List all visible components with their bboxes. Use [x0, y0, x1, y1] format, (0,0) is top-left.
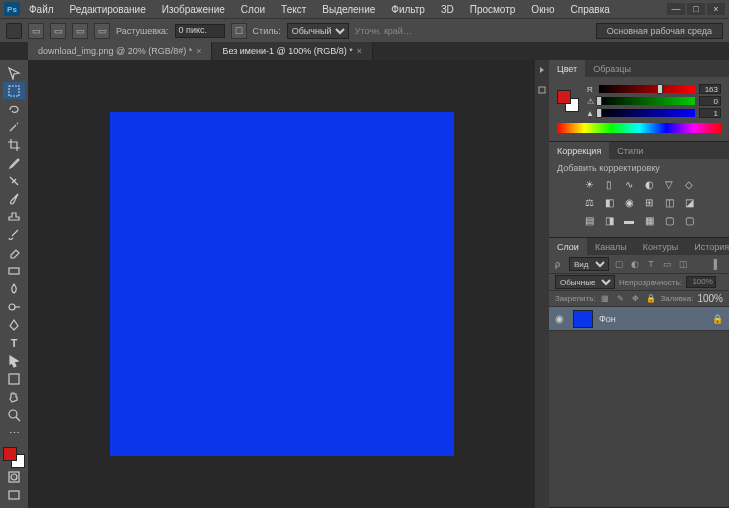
lock-pixels-icon[interactable]: ✎: [615, 294, 626, 303]
blend-mode-select[interactable]: Обычные: [555, 275, 615, 289]
adj-icon[interactable]: ▢: [682, 213, 696, 227]
quickmask-toggle[interactable]: [3, 469, 25, 486]
hand-tool[interactable]: [3, 389, 25, 406]
paths-tab[interactable]: Контуры: [635, 238, 686, 255]
brightness-icon[interactable]: ☀: [582, 177, 596, 191]
wand-tool[interactable]: [3, 118, 25, 135]
healing-tool[interactable]: [3, 172, 25, 189]
curves-icon[interactable]: ∿: [622, 177, 636, 191]
path-select-tool[interactable]: [3, 353, 25, 370]
blur-tool[interactable]: [3, 281, 25, 298]
menu-3d[interactable]: 3D: [434, 2, 461, 17]
feather-input[interactable]: 0 пикс.: [175, 24, 225, 38]
selection-subtract-icon[interactable]: ▭: [72, 23, 88, 39]
lock-all-icon[interactable]: 🔒: [645, 294, 656, 303]
eraser-tool[interactable]: [3, 244, 25, 261]
lock-transparent-icon[interactable]: ▦: [600, 294, 611, 303]
screenmode-toggle[interactable]: [3, 487, 25, 504]
history-tab[interactable]: История: [686, 238, 729, 255]
selection-new-icon[interactable]: ▭: [28, 23, 44, 39]
history-brush-tool[interactable]: [3, 226, 25, 243]
threshold-icon[interactable]: ◨: [602, 213, 616, 227]
filter-smart-icon[interactable]: ◫: [677, 258, 689, 270]
dock-panel-icon[interactable]: [535, 80, 549, 100]
document-tab[interactable]: Без имени-1 @ 100% (RGB/8) * ×: [212, 42, 373, 60]
workspace-switcher[interactable]: Основная рабочая среда: [596, 23, 723, 39]
b-value[interactable]: 1: [699, 108, 721, 118]
document-canvas[interactable]: [110, 112, 454, 456]
lock-position-icon[interactable]: ✥: [630, 294, 641, 303]
pen-tool[interactable]: [3, 317, 25, 334]
b-slider[interactable]: [599, 109, 695, 117]
antialias-checkbox[interactable]: ☐: [231, 23, 247, 39]
adj-icon[interactable]: ▢: [662, 213, 676, 227]
channels-tab[interactable]: Каналы: [587, 238, 635, 255]
menu-file[interactable]: Файл: [22, 2, 61, 17]
menu-filter[interactable]: Фильтр: [384, 2, 432, 17]
layers-tab[interactable]: Слои: [549, 238, 587, 255]
canvas-viewport[interactable]: [28, 60, 535, 508]
swatches-tab[interactable]: Образцы: [585, 60, 639, 77]
selection-add-icon[interactable]: ▭: [50, 23, 66, 39]
filter-shape-icon[interactable]: ▭: [661, 258, 673, 270]
visibility-eye-icon[interactable]: ◉: [555, 313, 567, 324]
r-slider[interactable]: [599, 85, 695, 93]
invert-icon[interactable]: ◪: [682, 195, 696, 209]
eyedropper-tool[interactable]: [3, 154, 25, 171]
photo-filter-icon[interactable]: ◉: [622, 195, 636, 209]
gradient-tool[interactable]: [3, 263, 25, 280]
expand-dock-icon[interactable]: [535, 60, 549, 80]
document-tab[interactable]: download_img.png @ 20% (RGB/8#) * ×: [28, 42, 212, 60]
g-slider[interactable]: [599, 97, 695, 105]
refine-edge-button[interactable]: Уточн. край…: [355, 26, 412, 36]
color-tab[interactable]: Цвет: [549, 60, 585, 77]
menu-window[interactable]: Окно: [524, 2, 561, 17]
colorbal-icon[interactable]: ⚖: [582, 195, 596, 209]
selective-color-icon[interactable]: ▦: [642, 213, 656, 227]
fill-value[interactable]: 100%: [697, 293, 723, 304]
menu-image[interactable]: Изображение: [155, 2, 232, 17]
panel-color-swatches[interactable]: [557, 90, 579, 112]
crop-tool[interactable]: [3, 136, 25, 153]
marquee-tool[interactable]: [3, 82, 25, 99]
panel-fg-swatch[interactable]: [557, 90, 571, 104]
bw-icon[interactable]: ◧: [602, 195, 616, 209]
menu-view[interactable]: Просмотр: [463, 2, 523, 17]
filter-toggle[interactable]: ▌: [711, 258, 723, 270]
layer-row[interactable]: ◉ Фон 🔒: [549, 307, 729, 331]
filter-kind-select[interactable]: Вид: [569, 257, 609, 271]
layer-thumbnail[interactable]: [573, 310, 593, 328]
minimize-button[interactable]: —: [667, 3, 685, 15]
menu-select[interactable]: Выделение: [315, 2, 382, 17]
selection-intersect-icon[interactable]: ▭: [94, 23, 110, 39]
close-button[interactable]: ×: [707, 3, 725, 15]
stamp-tool[interactable]: [3, 208, 25, 225]
gradient-map-icon[interactable]: ▬: [622, 213, 636, 227]
filter-type-icon[interactable]: T: [645, 258, 657, 270]
dodge-tool[interactable]: [3, 299, 25, 316]
tab-close-icon[interactable]: ×: [357, 46, 362, 56]
r-value[interactable]: 163: [699, 84, 721, 94]
opacity-value[interactable]: 100%: [686, 276, 716, 288]
exposure-icon[interactable]: ◐: [642, 177, 656, 191]
color-lookup-icon[interactable]: ◫: [662, 195, 676, 209]
tool-preset-picker[interactable]: [6, 23, 22, 39]
filter-pixel-icon[interactable]: ▢: [613, 258, 625, 270]
menu-help[interactable]: Справка: [564, 2, 617, 17]
spectrum-strip[interactable]: [557, 123, 721, 133]
foreground-swatch[interactable]: [3, 447, 17, 461]
style-select[interactable]: Обычный: [287, 23, 349, 39]
type-tool[interactable]: T: [3, 335, 25, 352]
vibrance-icon[interactable]: ▽: [662, 177, 676, 191]
layer-name[interactable]: Фон: [599, 314, 706, 324]
menu-edit[interactable]: Редактирование: [63, 2, 153, 17]
menu-text[interactable]: Текст: [274, 2, 313, 17]
shape-tool[interactable]: [3, 371, 25, 388]
levels-icon[interactable]: ▯: [602, 177, 616, 191]
move-tool[interactable]: [3, 64, 25, 81]
tab-close-icon[interactable]: ×: [196, 46, 201, 56]
maximize-button[interactable]: □: [687, 3, 705, 15]
posterize-icon[interactable]: ▤: [582, 213, 596, 227]
zoom-tool[interactable]: [3, 407, 25, 424]
brush-tool[interactable]: [3, 190, 25, 207]
